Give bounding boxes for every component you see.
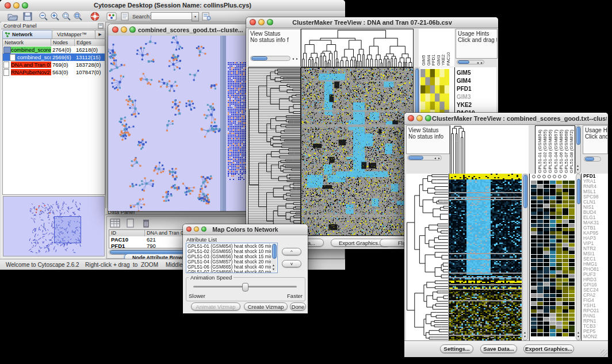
vertical-column-label[interactable]: GPL51-03 (GSM856): [548, 128, 553, 173]
treeview2-titlebar[interactable]: ClusterMaker TreeView : combined_scores_…: [404, 113, 608, 125]
scroll-up-icon[interactable]: ▴: [273, 263, 274, 267]
view-status-hscrollbar[interactable]: ◂ ▸: [407, 155, 442, 160]
save-data-button[interactable]: Save Data...: [480, 344, 517, 353]
gene-label[interactable]: KAP95: [583, 231, 608, 236]
done-button[interactable]: Done: [290, 302, 306, 311]
open-file-icon[interactable]: [7, 12, 18, 21]
close-icon[interactable]: [408, 115, 414, 121]
gene-label[interactable]: BUD4: [583, 210, 608, 215]
vertical-column-label[interactable]: GIM5: [421, 40, 426, 66]
network-tree-row[interactable]: combined_scores2764(0)16218(0): [3, 46, 105, 53]
close-icon[interactable]: [112, 26, 118, 33]
gene-label[interactable]: HAP3: [583, 236, 608, 241]
vertical-column-label[interactable]: GPL51-02 (GSM855): [542, 128, 548, 173]
vizmapper-icon[interactable]: [106, 12, 117, 21]
resize-grip[interactable]: [600, 350, 607, 357]
gene-label[interactable]: PAN1: [583, 313, 608, 319]
usage-hints-hscrollbar[interactable]: ◂ ▸: [457, 60, 484, 64]
view-status-hscrollbar[interactable]: [250, 56, 290, 61]
export-graphics-button[interactable]: Export Graphics...: [523, 344, 574, 353]
gene-label[interactable]: MSL1: [583, 189, 608, 194]
search-input[interactable]: [151, 12, 193, 20]
id-column-header[interactable]: ID: [109, 230, 145, 236]
scroll-down-icon[interactable]: ▾: [524, 335, 526, 339]
scroll-right-icon[interactable]: ▸: [481, 61, 483, 65]
cluster-gene-label[interactable]: PFD1: [457, 86, 472, 92]
dialog-titlebar[interactable]: Map Colors to Network: [183, 224, 308, 235]
gene-label[interactable]: NTR2: [583, 246, 608, 251]
attribute-listbox[interactable]: GPL51-01 (GSM854) heat shock 05 minGPL51…: [186, 243, 278, 273]
zoom-in-icon[interactable]: [49, 12, 61, 21]
gene-label[interactable]: CPA2: [583, 293, 608, 298]
search-dropdown-icon[interactable]: ▾: [192, 12, 199, 21]
network-navigator[interactable]: [3, 196, 105, 256]
delete-attribute-icon[interactable]: [141, 219, 151, 228]
create-vizmap-button[interactable]: Create Vizmap: [244, 302, 288, 311]
column-dendrogram[interactable]: [450, 125, 529, 174]
save-session-icon[interactable]: [22, 12, 33, 21]
annotation-icon[interactable]: [119, 12, 131, 21]
attribute-list-item[interactable]: GPL51-01 (GSM854) heat shock 05 min: [188, 244, 271, 249]
column-header-network[interactable]: Network: [3, 39, 51, 46]
vertical-column-label[interactable]: PAC10: [446, 40, 451, 66]
gene-label[interactable]: YSH1: [583, 303, 608, 308]
vertical-column-label[interactable]: GPL51-01 (GSM854): [537, 128, 542, 173]
detail-vscrollbar[interactable]: ▴ ▾: [576, 174, 581, 340]
zoom-out-icon[interactable]: [38, 12, 49, 21]
gene-label[interactable]: GTB1: [583, 225, 608, 231]
zoom-window-icon[interactable]: [425, 115, 431, 121]
detail-heatmap[interactable]: [531, 181, 576, 337]
gene-label[interactable]: PHO81: [583, 267, 608, 272]
vertical-column-label[interactable]: GPL51-04 (GSM857): [553, 128, 559, 173]
labels-vscrollbar[interactable]: ▴ ▾: [575, 125, 581, 174]
vertical-column-label[interactable]: GPL51-08 (GSM872): [569, 128, 574, 173]
tab-overflow-button[interactable]: ▶: [95, 30, 105, 39]
gene-dendrogram[interactable]: [248, 67, 301, 236]
settings-button[interactable]: Settings...: [440, 344, 473, 353]
gene-label[interactable]: MSI1: [583, 251, 608, 256]
usage-hints-hscrollbar[interactable]: [584, 156, 601, 162]
gene-label[interactable]: HRD3: [583, 277, 608, 282]
gene-label[interactable]: SEC1: [583, 256, 608, 262]
gene-label[interactable]: TCB3: [583, 324, 608, 329]
attribute-list-item[interactable]: GPL51-02 (GSM855) heat shock 10 min: [188, 249, 271, 254]
cluster-gene-label[interactable]: GIM4: [457, 78, 471, 84]
network-tree-row[interactable]: RNAPuberNov2+563(0)107847(0): [3, 68, 105, 76]
tab-vizmapper[interactable]: VizMapper™: [52, 30, 95, 39]
move-up-button[interactable]: ^: [282, 248, 301, 255]
attribute-list-vscrollbar[interactable]: ▴ ▾: [271, 244, 277, 272]
animation-speed-slider-thumb[interactable]: [242, 283, 248, 292]
network-canvas[interactable]: [108, 36, 248, 211]
attribute-table-icon[interactable]: [110, 219, 120, 228]
scroll-up-icon[interactable]: ▴: [577, 164, 579, 168]
zoom-fit-icon[interactable]: [72, 12, 84, 21]
gene-label[interactable]: HMG1: [583, 262, 608, 267]
scroll-left-icon[interactable]: ◂: [292, 57, 294, 61]
gene-label[interactable]: RPN1: [583, 319, 608, 324]
main-titlebar[interactable]: Cytoscape Desktop (Session Name: collins…: [0, 0, 345, 12]
minimize-icon[interactable]: [416, 115, 423, 121]
minimize-icon[interactable]: [121, 26, 127, 33]
cluster-gene-label[interactable]: YKE2: [457, 102, 472, 108]
gene-label[interactable]: RPO21: [583, 308, 608, 313]
expression-heatmap[interactable]: [449, 174, 522, 340]
expression-heatmap[interactable]: [301, 67, 414, 236]
zoom-selected-icon[interactable]: [61, 12, 72, 21]
animate-vizmap-button[interactable]: Animate Vizmap: [191, 302, 240, 311]
scroll-down-icon[interactable]: ▾: [577, 335, 579, 339]
vertical-column-label[interactable]: PFD1: [431, 40, 436, 66]
zoom-window-icon[interactable]: [129, 26, 136, 33]
network-tree-row[interactable]: combined_sco2569(6)13112(15): [3, 53, 105, 61]
column-header-edges[interactable]: Edges: [75, 39, 105, 46]
network-view-titlebar[interactable]: combined_scores_good.txt--cluste...: [108, 24, 248, 36]
scroll-left-icon[interactable]: ◂: [434, 156, 436, 160]
gene-label[interactable]: CLN1: [583, 200, 608, 205]
scroll-up-icon[interactable]: ▴: [524, 331, 526, 335]
column-header-nodes[interactable]: Nodes: [51, 39, 75, 46]
search-options-icon[interactable]: [201, 12, 212, 21]
cluster-matrix-heatmap[interactable]: [420, 69, 449, 118]
gene-label[interactable]: SEC24: [583, 288, 608, 293]
gene-label[interactable]: RNR4: [583, 184, 608, 189]
gene-label[interactable]: ELG1: [583, 215, 608, 220]
attribute-list-item[interactable]: GPL51-04 (GSM857) heat shock 20 min: [188, 259, 271, 265]
